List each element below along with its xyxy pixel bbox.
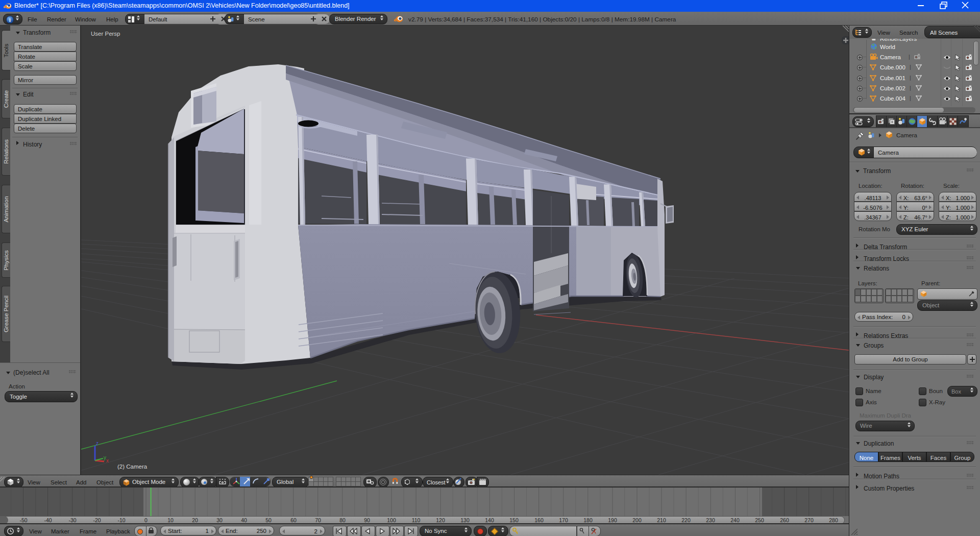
- svg-text:x: x: [106, 458, 109, 464]
- svg-text:z: z: [96, 441, 99, 446]
